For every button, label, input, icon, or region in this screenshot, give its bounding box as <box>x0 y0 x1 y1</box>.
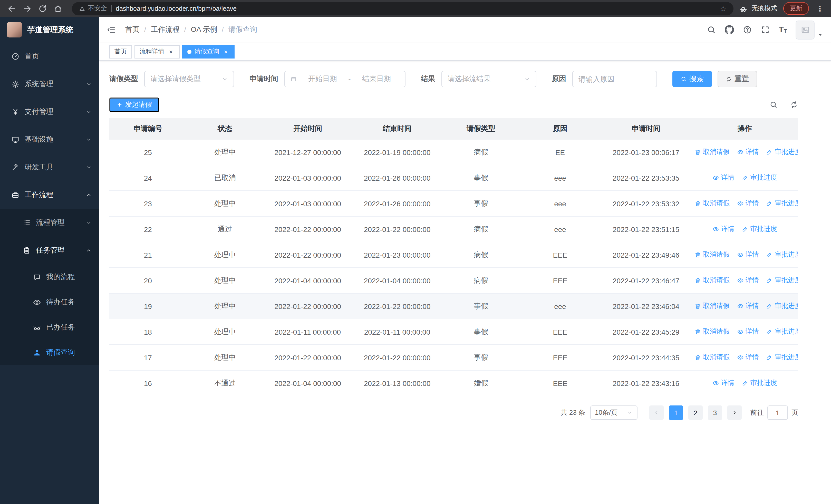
table-row[interactable]: 21 处理中 2022-01-22 00:00:00 2022-01-23 00… <box>109 242 798 268</box>
cancel-leave-link[interactable]: 取消请假 <box>694 148 729 157</box>
table-row[interactable]: 23 处理中 2022-01-03 00:00:00 2022-01-26 00… <box>109 191 798 216</box>
next-page-button[interactable] <box>727 406 742 420</box>
cell-leave-type: 病假 <box>442 242 519 268</box>
leave-type-select[interactable]: 请选择请假类型 <box>144 71 234 87</box>
sidebar-item-process-management[interactable]: 流程管理 <box>0 209 99 237</box>
detail-link[interactable]: 详情 <box>737 327 759 336</box>
detail-link[interactable]: 详情 <box>737 276 759 285</box>
page-button-1[interactable]: 1 <box>669 406 683 420</box>
approval-progress-link[interactable]: 审批进度 <box>766 327 798 336</box>
table-row[interactable]: 24 已取消 2022-01-03 00:00:00 2022-01-26 00… <box>109 165 798 191</box>
security-warning[interactable]: 不安全 <box>79 4 107 13</box>
breadcrumb-workflow[interactable]: 工作流程 <box>151 25 191 34</box>
font-size-button[interactable] <box>779 26 787 34</box>
detail-label: 详情 <box>746 301 759 311</box>
approval-progress-link[interactable]: 审批进度 <box>742 173 777 182</box>
browser-back-button[interactable] <box>5 2 19 15</box>
table-row[interactable]: 25 处理中 2021-12-27 00:00:00 2022-01-19 00… <box>109 140 798 165</box>
detail-link[interactable]: 详情 <box>737 199 759 208</box>
browser-update-button[interactable]: 更新 <box>783 2 809 15</box>
sidebar-item-workflow[interactable]: 工作流程 <box>0 181 99 209</box>
edit-icon <box>766 328 773 335</box>
browser-home-button[interactable] <box>51 2 65 15</box>
detail-link[interactable]: 详情 <box>737 353 759 362</box>
toggle-search-button[interactable] <box>769 100 778 109</box>
browser-forward-button[interactable] <box>21 2 34 15</box>
detail-link[interactable]: 详情 <box>712 173 735 182</box>
cancel-leave-link[interactable]: 取消请假 <box>694 327 729 336</box>
approval-progress-link[interactable]: 审批进度 <box>766 301 798 311</box>
cancel-leave-link[interactable]: 取消请假 <box>694 301 729 311</box>
close-icon[interactable] <box>167 48 174 55</box>
detail-link[interactable]: 详情 <box>737 301 759 311</box>
bookmark-star-icon[interactable] <box>720 4 726 12</box>
table-row[interactable]: 17 处理中 2022-01-22 00:00:00 2022-01-22 00… <box>109 345 798 370</box>
table-row[interactable]: 19 处理中 2022-01-22 00:00:00 2022-01-22 00… <box>109 293 798 319</box>
page-size-select[interactable]: 10条/页 <box>590 406 637 420</box>
detail-link[interactable]: 详情 <box>712 225 735 234</box>
github-button[interactable] <box>725 25 734 34</box>
page-button-2[interactable]: 2 <box>688 406 703 420</box>
browser-reload-button[interactable] <box>36 2 49 15</box>
user-avatar-menu[interactable] <box>796 20 823 39</box>
docs-help-button[interactable] <box>743 25 752 34</box>
sidebar-item-infrastructure[interactable]: 基础设施 <box>0 126 99 153</box>
cancel-leave-link[interactable]: 取消请假 <box>694 276 729 285</box>
cancel-leave-link[interactable]: 取消请假 <box>694 250 729 260</box>
sidebar-item-home[interactable]: 首页 <box>0 42 99 70</box>
sidebar-item-label: 任务管理 <box>36 246 65 255</box>
sidebar-item-system-management[interactable]: 系统管理 <box>0 70 99 98</box>
cell-end-time: 2022-01-22 00:00:00 <box>352 216 442 242</box>
table-row[interactable]: 22 通过 2022-01-22 00:00:00 2022-01-22 00:… <box>109 216 798 242</box>
detail-link[interactable]: 详情 <box>737 250 759 260</box>
sidebar-item-leave-query[interactable]: 请假查询 <box>0 340 99 365</box>
browser-menu-icon[interactable] <box>814 4 826 13</box>
cancel-leave-link[interactable]: 取消请假 <box>694 199 729 208</box>
sidebar-item-dev-tools[interactable]: 研发工具 <box>0 153 99 181</box>
table-row[interactable]: 16 不通过 2022-01-04 00:00:00 2022-01-13 00… <box>109 370 798 396</box>
table-row[interactable]: 18 处理中 2022-01-11 00:00:00 2022-01-11 00… <box>109 319 798 345</box>
trash-icon <box>694 328 701 335</box>
sidebar-item-task-management[interactable]: 任务管理 <box>0 237 99 264</box>
tab-leave-query[interactable]: 请假查询 <box>182 45 235 58</box>
prev-page-button[interactable] <box>649 406 664 420</box>
tab-process-detail[interactable]: 流程详情 <box>135 45 180 58</box>
security-warning-label: 不安全 <box>88 4 107 13</box>
approval-progress-link[interactable]: 审批进度 <box>766 250 798 260</box>
approval-progress-link[interactable]: 审批进度 <box>766 353 798 362</box>
cancel-leave-link[interactable]: 取消请假 <box>694 353 729 362</box>
header-search-button[interactable] <box>707 25 716 34</box>
detail-link[interactable]: 详情 <box>712 379 735 388</box>
approval-progress-link[interactable]: 审批进度 <box>766 276 798 285</box>
table-row[interactable]: 20 处理中 2022-01-04 00:00:00 2022-01-04 00… <box>109 268 798 293</box>
sidebar-item-my-processes[interactable]: 我的流程 <box>0 264 99 290</box>
detail-link[interactable]: 详情 <box>737 148 759 157</box>
sidebar-item-payment-management[interactable]: 支付管理 <box>0 98 99 126</box>
sidebar-item-done-tasks[interactable]: 已办任务 <box>0 315 99 340</box>
approval-progress-link[interactable]: 审批进度 <box>766 199 798 208</box>
page-button-3[interactable]: 3 <box>708 406 722 420</box>
fullscreen-button[interactable] <box>761 25 770 34</box>
goto-page-input[interactable] <box>767 406 788 420</box>
sidebar-logo[interactable]: 芋道管理系统 <box>0 17 99 42</box>
close-icon[interactable] <box>222 48 229 55</box>
reset-button[interactable]: 重置 <box>718 71 757 87</box>
search-button[interactable]: 搜索 <box>672 71 712 87</box>
approval-progress-link[interactable]: 审批进度 <box>742 225 777 234</box>
approval-progress-link[interactable]: 审批进度 <box>766 148 798 157</box>
cell-end-time: 2022-01-11 00:00:00 <box>352 319 442 345</box>
collapse-sidebar-button[interactable] <box>107 25 116 34</box>
refresh-table-button[interactable] <box>790 100 798 109</box>
create-leave-button[interactable]: 发起请假 <box>109 97 159 112</box>
breadcrumb-oa-example[interactable]: OA 示例 <box>191 25 229 34</box>
apply-time-range-picker[interactable]: 开始日期 - 结束日期 <box>284 71 405 87</box>
tab-home[interactable]: 首页 <box>109 45 132 58</box>
approval-progress-link[interactable]: 审批进度 <box>742 379 777 388</box>
address-bar[interactable]: 不安全 dashboard.yudao.iocoder.cn/bpm/oa/le… <box>72 2 734 15</box>
reason-input[interactable] <box>573 71 657 87</box>
leave-table: 申请编号 状态 开始时间 结束时间 请假类型 原因 申请时间 操作 25 处理中… <box>109 118 798 396</box>
result-select[interactable]: 请选择流结果 <box>441 71 536 87</box>
goto-label: 前往 <box>750 408 764 417</box>
sidebar-item-todo-tasks[interactable]: 待办任务 <box>0 290 99 315</box>
breadcrumb-home[interactable]: 首页 <box>125 25 151 34</box>
